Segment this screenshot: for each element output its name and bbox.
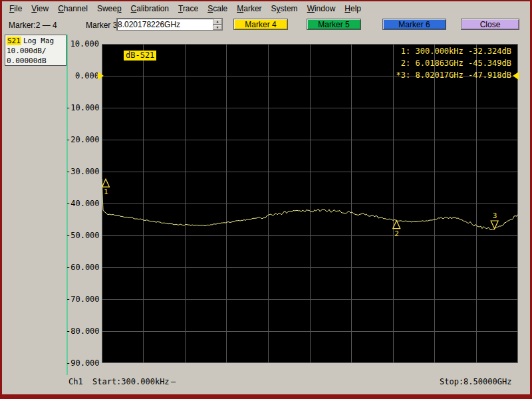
marker3-frequency-input[interactable]	[118, 19, 212, 29]
channel-label: Ch1	[68, 376, 83, 387]
spinner-up-button[interactable]: ▲	[213, 19, 222, 25]
sweep-indicator: —	[171, 376, 176, 387]
y-axis: 10.0000.000-10.000-20.000-30.000-40.000-…	[66, 1, 99, 399]
plot-area: 123	[102, 44, 518, 363]
marker-4-button[interactable]: Marker 4	[233, 19, 288, 30]
y-axis-tick: -10.000	[66, 102, 99, 113]
marker-6-button[interactable]: Marker 6	[382, 19, 446, 30]
close-button[interactable]: Close	[461, 19, 519, 30]
trace-format-label: Log Mag	[23, 37, 54, 45]
menu-item-marker[interactable]: Marker	[232, 2, 266, 15]
menu-item-trace[interactable]: Trace	[174, 2, 203, 15]
trace-format-chip: dB-S21	[124, 51, 156, 61]
trace-row: S21Log Mag	[7, 36, 66, 46]
y-axis-tick: -70.000	[66, 294, 99, 305]
marker-range-label: Marker:2 — 4	[9, 21, 57, 30]
trace-name-label[interactable]: S21	[7, 37, 21, 45]
y-axis-tick: -50.000	[66, 230, 99, 241]
y-axis-tick: -30.000	[66, 166, 99, 177]
trace-scale-label: 10.000dB/	[7, 46, 66, 56]
marker-readout-line: *3: 8.02017GHz -47.918dB	[396, 69, 511, 81]
y-axis-tick: -20.000	[66, 134, 99, 145]
menu-item-scale[interactable]: Scale	[203, 2, 232, 15]
svg-text:3: 3	[493, 211, 497, 220]
vna-window: FileViewChannelSweepCalibrationTraceScal…	[0, 0, 532, 399]
y-axis-tick: 0.000	[66, 70, 99, 81]
marker3-frequency-field: ▲ ▼	[116, 18, 223, 31]
y-axis-tick: -60.000	[66, 262, 99, 273]
menu-item-system[interactable]: System	[267, 2, 303, 15]
y-axis-tick: 10.000	[66, 39, 99, 49]
status-bar: Ch1 Start:300.000kHz — Stop:8.50000GHz	[2, 376, 530, 388]
marker-5-button[interactable]: Marker 5	[307, 19, 361, 30]
start-frequency-label: Start:300.000kHz	[92, 376, 170, 387]
plot-canvas: 123	[102, 44, 518, 363]
marker-readout-line: 2: 6.01863GHz -45.349dB	[396, 57, 511, 69]
y-axis-tick: -90.000	[66, 358, 99, 368]
marker-readout-line: 1: 300.000kHz -32.324dB	[396, 45, 511, 57]
y-axis-tick: -80.000	[66, 326, 99, 336]
trace-marker-3[interactable]: 3	[491, 211, 498, 229]
spinner-down-button[interactable]: ▼	[213, 25, 222, 31]
menu-item-calibration[interactable]: Calibration	[126, 2, 174, 15]
trace-status-panel: S21Log Mag 10.000dB/ 0.00000dB	[5, 35, 66, 66]
menu-item-view[interactable]: View	[27, 2, 53, 15]
svg-text:1: 1	[104, 188, 108, 196]
menu-item-help[interactable]: Help	[340, 2, 366, 15]
svg-text:2: 2	[394, 229, 399, 238]
reference-level-marker-left	[98, 72, 104, 80]
menu-item-file[interactable]: File	[5, 2, 27, 15]
stop-frequency-label: Stop:8.50000GHz	[440, 376, 511, 387]
reference-level-marker-right	[513, 72, 519, 80]
y-axis-tick: -40.000	[66, 198, 99, 209]
frequency-spinner: ▲ ▼	[213, 19, 222, 30]
menu-item-window[interactable]: Window	[303, 2, 340, 15]
trace-marker-1[interactable]: 1	[102, 179, 110, 196]
marker-readouts: 1: 300.000kHz -32.324dB2: 6.01863GHz -45…	[396, 45, 511, 81]
trace-ref-label: 0.00000dB	[7, 56, 66, 66]
